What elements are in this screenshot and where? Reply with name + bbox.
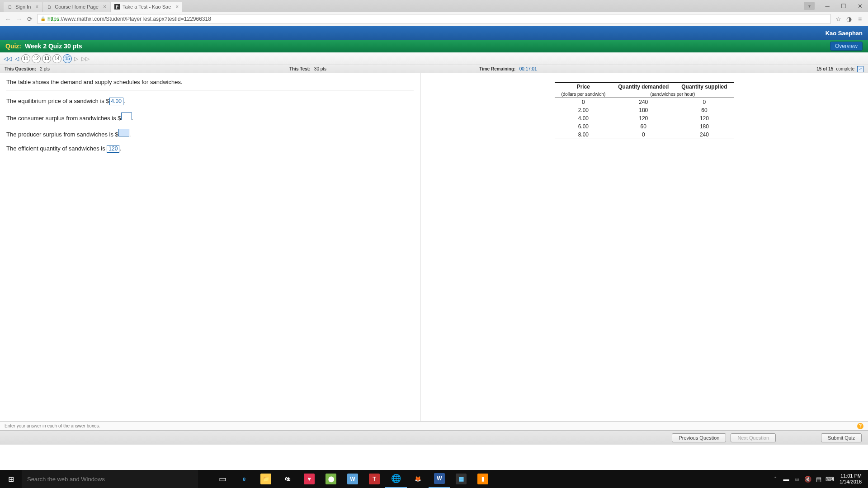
table-cell: 240 [675, 131, 733, 139]
question-number[interactable]: 13 [42, 54, 51, 63]
page-icon: 🗋 [7, 4, 13, 9]
hint-bar: Enter your answer in each of the answer … [0, 421, 868, 430]
content-area: The table shows the demand and supply sc… [0, 73, 868, 421]
answer-input-2[interactable] [121, 113, 132, 120]
address-bar: ← → ⟳ 🔒 https://www.mathxl.com/Student/P… [0, 12, 868, 26]
action-center-icon[interactable]: ▤ [813, 476, 824, 483]
browser-tab-strip: 🗋 Sign In × 🗋 Course Home Page × P Take … [0, 0, 868, 12]
back-button[interactable]: ← [3, 14, 14, 24]
question-number[interactable]: 14 [52, 54, 61, 63]
maximize-button[interactable]: ☐ [835, 1, 852, 11]
table-row: 6.0060180 [555, 122, 733, 131]
submit-quiz-button[interactable]: Submit Quiz [821, 433, 862, 442]
browser-tab[interactable]: 🗋 Course Home Page × [43, 2, 110, 12]
question-line: The efficient quantity of sandwiches is … [6, 145, 414, 153]
question-line: The producer surplus from sandwiches is … [6, 129, 414, 138]
sub-price: (dollars per sandwich) [555, 91, 612, 98]
app-icon[interactable]: ♥ [298, 470, 320, 488]
url-input[interactable]: 🔒 https://www.mathxl.com/Student/PlayerT… [37, 14, 831, 24]
star-icon[interactable]: ☆ [833, 14, 844, 24]
table-cell: 180 [675, 122, 733, 131]
question-number-current[interactable]: 15 [63, 54, 72, 63]
question-number[interactable]: 12 [32, 54, 41, 63]
answer-input-3[interactable] [118, 129, 129, 136]
firefox-icon[interactable]: 🦊 [407, 470, 429, 488]
edge-icon[interactable]: e [233, 470, 255, 488]
system-tray: ˄ ▬ ⚍ 🔇 ▤ ⌨ 11:01 PM 1/14/2016 [770, 470, 868, 488]
keyboard-icon[interactable]: ⌨ [824, 476, 835, 483]
taskbar-clock[interactable]: 11:01 PM 1/14/2016 [835, 473, 866, 485]
browser-tab-active[interactable]: P Take a Test - Kao Sae × [111, 2, 182, 12]
table-cell: 180 [612, 106, 675, 114]
minimize-button[interactable]: ─ [819, 1, 835, 11]
wifi-icon[interactable]: ⚍ [792, 476, 802, 483]
question-prompt: The table shows the demand and supply sc… [6, 77, 414, 90]
lock-icon: 🔒 [40, 16, 46, 21]
battery-icon[interactable]: ▬ [781, 476, 792, 483]
app-icon[interactable]: W [342, 470, 363, 488]
help-icon[interactable]: ? [857, 423, 863, 429]
quiz-header: Quiz: Week 2 Quiz 30 pts Overview [0, 40, 868, 52]
menu-icon[interactable]: ≡ [854, 14, 865, 24]
col-qd: Quantity demanded [612, 83, 675, 91]
question-nav: ◁◁ ◁ 11 12 13 14 15 ▷ ▷▷ [0, 52, 868, 65]
search-placeholder: Search the web and Windows [27, 476, 105, 483]
word-icon[interactable]: W [429, 470, 450, 488]
extension-icon[interactable]: ◑ [844, 14, 854, 24]
forward-button: → [14, 14, 24, 24]
quiz-label: Quiz: [5, 42, 21, 50]
table-cell: 8.00 [555, 131, 612, 139]
app-icon[interactable]: ▮ [472, 470, 494, 488]
time-remaining-label: Time Remaining: [479, 66, 515, 71]
close-icon[interactable]: × [35, 4, 38, 10]
browser-tab[interactable]: 🗋 Sign In × [4, 2, 42, 12]
expand-icon[interactable]: ⤢ [857, 66, 863, 72]
volume-mute-icon[interactable]: 🔇 [802, 476, 813, 483]
app-header: Kao Saephan [0, 26, 868, 40]
start-button[interactable]: ⊞ [0, 470, 22, 488]
answer-input-1[interactable]: 4.00 [109, 98, 123, 105]
chrome-icon[interactable]: 🌐 [385, 470, 407, 488]
question-line: The equilibrium price of a sandwich is $… [6, 98, 414, 105]
table-cell: 0 [612, 131, 675, 139]
table-row: 8.000240 [555, 131, 733, 139]
chevron-up-icon[interactable]: ˄ [770, 476, 781, 483]
hint-text: Enter your answer in each of the answer … [5, 423, 100, 428]
tab-title: Course Home Page [55, 4, 99, 9]
taskbar-search[interactable]: Search the web and Windows [22, 470, 198, 488]
store-icon[interactable]: 🛍 [277, 470, 298, 488]
answer-input-4[interactable]: 120 [107, 145, 119, 153]
table-cell: 4.00 [555, 114, 612, 122]
this-question-label: This Question: [5, 66, 36, 71]
close-icon[interactable]: × [103, 4, 106, 10]
table-cell: 240 [612, 98, 675, 107]
app-icon[interactable]: ⬤ [320, 470, 342, 488]
user-icon[interactable]: ▾ [804, 2, 815, 10]
question-number[interactable]: 11 [21, 54, 30, 63]
overview-button[interactable]: Overview [830, 42, 863, 51]
question-line: The consumer surplus from sandwiches is … [6, 113, 414, 122]
next-question-button: Next Question [731, 433, 776, 442]
table-cell: 0 [675, 98, 733, 107]
taskbar-apps: ▭ e 📁 🛍 ♥ ⬤ W T 🌐 🦊 W ▦ ▮ [212, 470, 494, 488]
time-remaining-value: 00:17:01 [519, 66, 537, 71]
prev-question-icon[interactable]: ◁ [14, 56, 20, 62]
first-question-icon[interactable]: ◁◁ [3, 56, 13, 62]
windows-taskbar: ⊞ Search the web and Windows ▭ e 📁 🛍 ♥ ⬤… [0, 470, 868, 488]
url-scheme: https [47, 16, 59, 22]
supply-demand-table: Price Quantity demanded Quantity supplie… [555, 82, 733, 139]
previous-question-button[interactable]: Previous Question [672, 433, 726, 442]
last-question-icon: ▷▷ [80, 56, 90, 62]
url-text: ://www.mathxl.com/Student/PlayerTest.asp… [59, 16, 211, 22]
table-row: 02400 [555, 98, 733, 107]
app-icon[interactable]: T [363, 470, 385, 488]
reload-button[interactable]: ⟳ [24, 14, 35, 24]
photos-icon[interactable]: ▦ [450, 470, 472, 488]
table-cell: 6.00 [555, 122, 612, 131]
task-view-icon[interactable]: ▭ [212, 470, 233, 488]
window-controls: ▾ ─ ☐ ✕ [804, 0, 868, 12]
file-explorer-icon[interactable]: 📁 [255, 470, 277, 488]
close-icon[interactable]: × [175, 4, 179, 10]
this-question-pts: 2 pts [40, 66, 50, 71]
close-window-button[interactable]: ✕ [852, 1, 868, 11]
